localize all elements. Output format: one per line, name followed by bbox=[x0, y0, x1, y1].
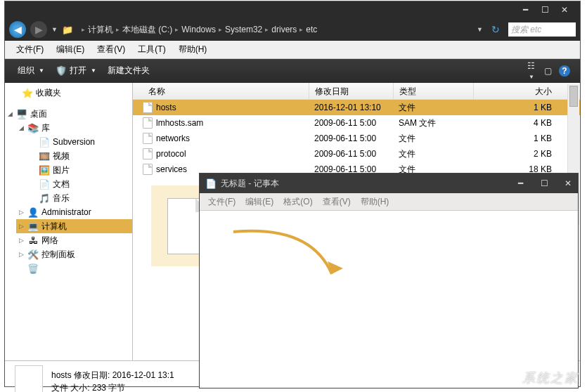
np-menu-file[interactable]: 文件(F) bbox=[205, 195, 238, 209]
open-button[interactable]: 🛡️打开▼ bbox=[50, 65, 102, 77]
folder-icon: 📁 bbox=[62, 24, 73, 35]
navbar: ◀ ▶ ▼ 📁 ▸计算机 ▸本地磁盘 (C:) ▸Windows ▸System… bbox=[5, 18, 580, 41]
status-line2: 文件 大小: 233 字节 bbox=[51, 381, 174, 393]
crumb-etc[interactable]: etc bbox=[306, 25, 317, 34]
menu-help[interactable]: 帮助(H) bbox=[174, 41, 212, 58]
back-button[interactable]: ◀ bbox=[9, 21, 26, 38]
tree-controlpanel[interactable]: ▷🛠️控制面板 bbox=[16, 247, 132, 261]
breadcrumb-dropdown[interactable]: ▼ bbox=[477, 26, 483, 33]
notepad-window: 📄 无标题 - 记事本 ━ ☐ ✕ 文件(F) 编辑(E) 格式(O) 查看(V… bbox=[199, 173, 579, 388]
menu-edit[interactable]: 编辑(E) bbox=[52, 41, 89, 58]
status-thumb-icon bbox=[15, 365, 43, 393]
menu-file[interactable]: 文件(F) bbox=[12, 41, 48, 58]
file-icon bbox=[143, 164, 153, 175]
file-icon bbox=[143, 102, 153, 113]
watermark: 系统之家 bbox=[522, 370, 579, 386]
crumb-drivers[interactable]: drivers bbox=[271, 25, 297, 34]
tree-desktop[interactable]: ◢🖥️桌面 bbox=[5, 107, 132, 121]
col-name[interactable]: 名称 bbox=[133, 83, 309, 99]
sidebar: ⭐收藏夹 ◢🖥️桌面 ◢📚库 📄Subversion 🎞️视频 🖼️图片 📄文档… bbox=[5, 83, 133, 360]
np-minimize-button[interactable]: ━ bbox=[510, 178, 530, 188]
column-headers[interactable]: 名称 修改日期 类型 大小 bbox=[133, 83, 580, 100]
refresh-button[interactable]: ↻ bbox=[491, 24, 500, 35]
window-titlebar[interactable]: ━ ☐ ✕ bbox=[5, 1, 580, 18]
file-row-hosts[interactable]: hosts 2016-12-01 13:10文件1 KB bbox=[133, 100, 580, 115]
tree-pictures[interactable]: 🖼️图片 bbox=[27, 163, 132, 177]
crumb-computer[interactable]: 计算机 bbox=[88, 24, 113, 36]
np-close-button[interactable]: ✕ bbox=[558, 178, 578, 188]
search-input[interactable]: 搜索 etc bbox=[508, 22, 576, 37]
tree-favorites[interactable]: ⭐收藏夹 bbox=[5, 86, 132, 100]
col-type[interactable]: 类型 bbox=[393, 83, 473, 99]
np-menu-edit[interactable]: 编辑(E) bbox=[243, 195, 276, 209]
menubar: 文件(F) 编辑(E) 查看(V) 工具(T) 帮助(H) bbox=[5, 41, 580, 59]
view-mode-button[interactable]: ☷ ▼ bbox=[522, 61, 539, 81]
np-menu-format[interactable]: 格式(O) bbox=[280, 195, 315, 209]
organize-button[interactable]: 组织▼ bbox=[12, 65, 50, 77]
toolbar: 组织▼ 🛡️打开▼ 新建文件夹 ☷ ▼ ▢ ? bbox=[5, 59, 580, 83]
np-menu-help[interactable]: 帮助(H) bbox=[358, 195, 392, 209]
np-menu-view[interactable]: 查看(V) bbox=[320, 195, 354, 209]
history-dropdown[interactable]: ▼ bbox=[51, 26, 58, 33]
notepad-textarea[interactable] bbox=[200, 210, 578, 388]
file-icon bbox=[143, 117, 153, 129]
np-maximize-button[interactable]: ☐ bbox=[534, 178, 554, 188]
forward-button[interactable]: ▶ bbox=[30, 21, 47, 38]
notepad-titlebar[interactable]: 📄 无标题 - 记事本 ━ ☐ ✕ bbox=[200, 174, 578, 193]
tree-music[interactable]: 🎵音乐 bbox=[27, 191, 132, 205]
col-date[interactable]: 修改日期 bbox=[309, 83, 393, 99]
newfolder-button[interactable]: 新建文件夹 bbox=[102, 65, 155, 77]
menu-view[interactable]: 查看(V) bbox=[93, 41, 129, 58]
file-row[interactable]: lmhosts.sam 2009-06-11 5:00SAM 文件4 KB bbox=[133, 115, 580, 131]
tree-network[interactable]: ▷🖧网络 bbox=[16, 233, 132, 247]
tree-videos[interactable]: 🎞️视频 bbox=[27, 149, 132, 163]
notepad-icon: 📄 bbox=[205, 178, 217, 189]
tree-documents[interactable]: 📄文档 bbox=[27, 177, 132, 191]
tree-libraries[interactable]: ◢📚库 bbox=[16, 121, 132, 135]
status-line1: hosts 修改日期: 2016-12-01 13:1 bbox=[51, 369, 174, 381]
breadcrumb[interactable]: ▸计算机 ▸本地磁盘 (C:) ▸Windows ▸System32 ▸driv… bbox=[77, 22, 472, 37]
col-size[interactable]: 大小 bbox=[473, 83, 580, 99]
file-row[interactable]: networks 2009-06-11 5:00文件1 KB bbox=[133, 131, 580, 146]
tree-subversion[interactable]: 📄Subversion bbox=[27, 135, 132, 149]
file-icon bbox=[143, 133, 153, 144]
tree-recycle[interactable]: 🗑️ bbox=[16, 261, 132, 275]
menu-tools[interactable]: 工具(T) bbox=[134, 41, 169, 58]
tree-computer[interactable]: ▷💻计算机 bbox=[16, 219, 132, 233]
crumb-drive[interactable]: 本地磁盘 (C:) bbox=[122, 24, 172, 36]
file-icon bbox=[143, 148, 153, 159]
file-row[interactable]: protocol 2009-06-11 5:00文件2 KB bbox=[133, 146, 580, 162]
close-button[interactable]: ✕ bbox=[555, 5, 574, 15]
preview-pane-button[interactable]: ▢ bbox=[539, 66, 556, 76]
tree-admin[interactable]: ▷👤Administrator bbox=[16, 205, 132, 219]
notepad-menubar: 文件(F) 编辑(E) 格式(O) 查看(V) 帮助(H) bbox=[200, 193, 578, 210]
crumb-windows[interactable]: Windows bbox=[181, 25, 216, 34]
notepad-title: 无标题 - 记事本 bbox=[221, 178, 279, 190]
crumb-system32[interactable]: System32 bbox=[225, 25, 262, 34]
minimize-button[interactable]: ━ bbox=[515, 5, 535, 15]
maximize-button[interactable]: ☐ bbox=[535, 5, 555, 15]
help-button[interactable]: ? bbox=[556, 65, 573, 77]
